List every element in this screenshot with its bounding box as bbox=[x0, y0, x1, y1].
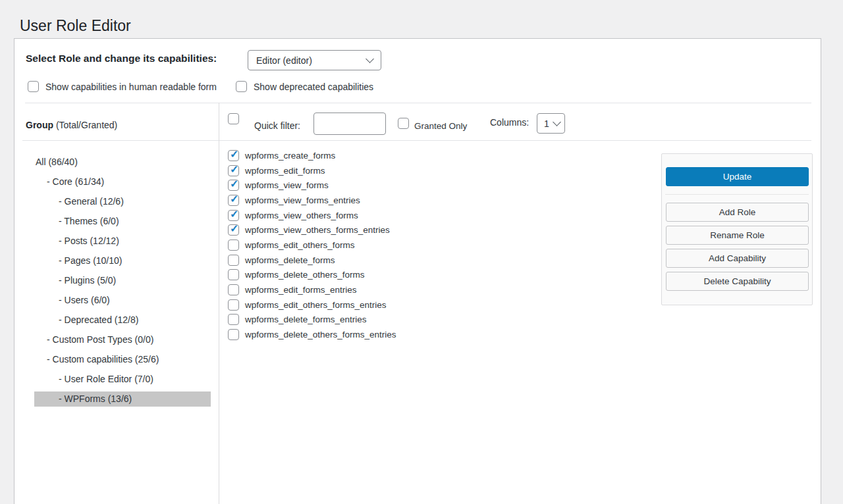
capability-row: wpforms_edit_forms_entries bbox=[228, 282, 396, 297]
divider bbox=[665, 194, 809, 195]
group-column-header: Group (Total/Granted) bbox=[26, 120, 117, 130]
capability-checkbox[interactable] bbox=[228, 299, 239, 311]
capability-checkbox[interactable] bbox=[228, 224, 239, 236]
capability-row: wpforms_delete_others_forms_entries bbox=[228, 327, 396, 342]
granted-only-label: Granted Only bbox=[414, 121, 467, 131]
capability-label: wpforms_edit_others_forms bbox=[245, 240, 355, 250]
group-tree-item-label: - Core (61/34) bbox=[34, 174, 211, 189]
capability-checkbox[interactable] bbox=[228, 255, 239, 266]
capability-row: wpforms_view_others_forms_entries bbox=[228, 222, 396, 238]
add-role-button[interactable]: Add Role bbox=[666, 203, 809, 222]
capability-checkbox[interactable] bbox=[228, 284, 239, 295]
chevron-down-icon bbox=[366, 55, 374, 63]
divider bbox=[25, 103, 811, 103]
role-select-value: Editor (editor) bbox=[256, 55, 312, 66]
capability-row: wpforms_view_forms_entries bbox=[228, 193, 396, 208]
capability-checkbox[interactable] bbox=[228, 180, 239, 191]
capability-checkbox[interactable] bbox=[228, 150, 239, 161]
capability-checkbox[interactable] bbox=[228, 195, 239, 206]
capability-checkbox[interactable] bbox=[228, 165, 239, 176]
user-role-editor-panel: Select Role and change its capabilities:… bbox=[14, 38, 821, 504]
capability-label: wpforms_edit_forms bbox=[245, 166, 325, 176]
capability-checkbox[interactable] bbox=[228, 314, 239, 325]
chevron-down-icon bbox=[553, 118, 561, 126]
columns-label: Columns: bbox=[490, 117, 529, 128]
columns-select-value: 1 bbox=[544, 118, 549, 129]
role-select[interactable]: Editor (editor) bbox=[248, 50, 381, 70]
quick-filter-label: Quick filter: bbox=[254, 120, 300, 131]
group-tree-item-label: - General (12/6) bbox=[34, 194, 211, 209]
divider bbox=[22, 140, 811, 141]
page-title: User Role Editor bbox=[20, 16, 131, 36]
capability-row: wpforms_delete_forms bbox=[228, 253, 396, 268]
columns-select[interactable]: 1 bbox=[537, 113, 565, 134]
group-tree-item[interactable]: - Core (61/34) bbox=[34, 172, 211, 191]
group-tree-item-label: - Themes (6/0) bbox=[34, 214, 211, 229]
update-button[interactable]: Update bbox=[666, 167, 809, 186]
capability-row: wpforms_view_others_forms bbox=[228, 208, 396, 223]
capability-row: wpforms_edit_forms bbox=[228, 163, 396, 178]
select-all-checkbox[interactable] bbox=[228, 113, 239, 124]
role-select-label: Select Role and change its capabilities: bbox=[26, 53, 217, 64]
vertical-divider bbox=[219, 103, 219, 504]
group-tree-item-label: - WPForms (13/6) bbox=[34, 391, 211, 407]
capability-checkbox[interactable] bbox=[228, 210, 239, 221]
group-tree-item-label: All (86/40) bbox=[34, 155, 211, 170]
granted-only-checkbox[interactable] bbox=[398, 118, 409, 129]
capabilities-list: wpforms_create_formswpforms_edit_formswp… bbox=[228, 148, 396, 342]
capability-label: wpforms_edit_others_forms_entries bbox=[245, 300, 387, 310]
human-readable-option: Show capabilities in human readable form bbox=[28, 81, 217, 92]
group-tree-item-label: - Pages (10/10) bbox=[34, 253, 211, 268]
group-tree: All (86/40)- Core (61/34)- General (12/6… bbox=[34, 152, 211, 409]
capability-row: wpforms_create_forms bbox=[228, 148, 396, 163]
capability-row: wpforms_edit_others_forms bbox=[228, 238, 396, 253]
group-tree-item[interactable]: - Deprecated (12/8) bbox=[34, 310, 211, 330]
group-tree-item-label: - Deprecated (12/8) bbox=[34, 313, 211, 328]
group-tree-item[interactable]: - Custom capabilities (25/6) bbox=[34, 349, 211, 369]
capability-label: wpforms_delete_forms bbox=[245, 255, 335, 265]
capability-label: wpforms_delete_others_forms bbox=[245, 270, 365, 280]
group-tree-item[interactable]: - User Role Editor (7/0) bbox=[34, 369, 211, 389]
capability-label: wpforms_view_others_forms_entries bbox=[245, 225, 390, 235]
group-tree-item[interactable]: - WPForms (13/6) bbox=[34, 389, 211, 409]
deprecated-option: Show deprecated capabilities bbox=[236, 81, 373, 92]
delete-capability-button[interactable]: Delete Capability bbox=[666, 272, 809, 291]
human-readable-checkbox[interactable] bbox=[28, 81, 39, 92]
capability-label: wpforms_view_others_forms bbox=[245, 211, 358, 220]
quick-filter-input[interactable] bbox=[313, 113, 386, 135]
capability-label: wpforms_view_forms_entries bbox=[245, 195, 360, 205]
deprecated-label: Show deprecated capabilities bbox=[254, 82, 373, 92]
capability-label: wpforms_create_forms bbox=[245, 151, 335, 161]
capability-row: wpforms_edit_others_forms_entries bbox=[228, 297, 396, 313]
group-tree-item-label: - User Role Editor (7/0) bbox=[34, 372, 211, 387]
human-readable-label: Show capabilities in human readable form bbox=[45, 82, 217, 92]
capability-label: wpforms_view_forms bbox=[245, 180, 329, 190]
capability-row: wpforms_delete_forms_entries bbox=[228, 313, 396, 328]
group-tree-item-label: - Plugins (5/0) bbox=[34, 273, 211, 288]
group-tree-item[interactable]: - Themes (6/0) bbox=[34, 211, 211, 231]
group-tree-item-label: - Users (6/0) bbox=[34, 293, 211, 308]
capability-row: wpforms_view_forms bbox=[228, 178, 396, 193]
capability-row: wpforms_delete_others_forms bbox=[228, 268, 396, 283]
group-tree-item[interactable]: - Posts (12/12) bbox=[34, 231, 211, 251]
group-header-suffix: (Total/Granted) bbox=[53, 120, 117, 130]
actions-panel: Update Add Role Rename Role Add Capabili… bbox=[661, 153, 813, 305]
group-tree-item[interactable]: - Pages (10/10) bbox=[34, 251, 211, 270]
capability-label: wpforms_delete_others_forms_entries bbox=[245, 330, 396, 340]
rename-role-button[interactable]: Rename Role bbox=[666, 226, 809, 245]
capability-label: wpforms_edit_forms_entries bbox=[245, 285, 357, 295]
group-header-title: Group bbox=[26, 120, 53, 130]
group-tree-item-label: - Posts (12/12) bbox=[34, 234, 211, 249]
group-tree-item[interactable]: All (86/40) bbox=[34, 152, 211, 172]
capability-checkbox[interactable] bbox=[228, 329, 239, 340]
group-tree-item[interactable]: - General (12/6) bbox=[34, 191, 211, 211]
group-tree-item[interactable]: - Plugins (5/0) bbox=[34, 270, 211, 290]
deprecated-checkbox[interactable] bbox=[236, 81, 247, 92]
capability-checkbox[interactable] bbox=[228, 269, 239, 280]
add-capability-button[interactable]: Add Capability bbox=[666, 249, 809, 268]
group-tree-item[interactable]: - Users (6/0) bbox=[34, 290, 211, 310]
group-tree-item[interactable]: - Custom Post Types (0/0) bbox=[34, 330, 211, 349]
group-tree-item-label: - Custom capabilities (25/6) bbox=[34, 352, 211, 367]
capability-checkbox[interactable] bbox=[228, 239, 239, 251]
capability-label: wpforms_delete_forms_entries bbox=[245, 315, 367, 324]
